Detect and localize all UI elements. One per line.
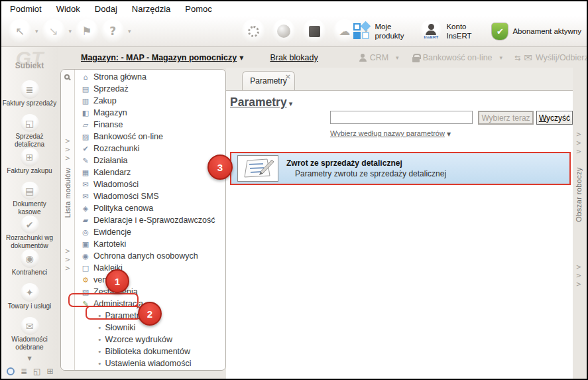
parameter-document-icon — [237, 155, 278, 182]
magazyn-caret-icon[interactable]: ▼ — [239, 55, 243, 61]
workspace-chevrons-top: >>> — [571, 131, 587, 157]
forward-dropdown-caret[interactable]: ▾ — [69, 28, 72, 34]
module-item-declarations[interactable]: ▰ Deklaracje i e-Sprawozdawczość — [75, 214, 225, 226]
shortcut-sidebar: GT Subiekt ≣ Faktury sprzedaży ◱ Sprzeda… — [1, 47, 58, 379]
module-subitem[interactable]: • Ustawienia wiadomości — [75, 357, 225, 369]
flag-button[interactable]: ⚑ — [75, 19, 99, 43]
workspace-strip: >>> Obszar roboczy >>> — [571, 68, 587, 379]
module-item-sms[interactable]: ✉ Wiadomości SMS — [75, 190, 225, 202]
wybierz-teraz-button[interactable]: Wybierz teraz — [478, 111, 534, 125]
calendar-icon: ▦ — [81, 168, 90, 177]
wyczysc-button[interactable]: Wyczyść — [536, 111, 573, 125]
magazyn-selector[interactable]: Magazyn: - MAP - Magazyn pomocniczy — [81, 53, 237, 62]
sidebar-item-contractors[interactable]: ◉ Kontrahenci — [1, 249, 58, 283]
online-services-button[interactable] — [272, 19, 296, 43]
parameter-item-zwrot[interactable]: Zwrot ze sprzedaży detalicznej Parametry… — [230, 152, 571, 185]
menu-item[interactable]: Widok — [49, 3, 88, 15]
main-area: Parametry × Parametry▾ Wybierz teraz Wyc… — [226, 68, 573, 380]
bullet-icon: • — [97, 359, 102, 368]
retail-sales-icon: ◱ — [25, 118, 34, 129]
forward-button[interactable]: ↘ — [42, 19, 66, 43]
sidebar-item-purchase-invoices[interactable]: ⊞ Faktury zakupu — [1, 148, 58, 182]
archive-button[interactable] — [302, 19, 326, 43]
title-caret-icon: ▾ — [289, 99, 293, 108]
toolbar-tools-group: ☁ ▾ — [241, 16, 369, 46]
help-dropdown-caret[interactable]: ▾ — [128, 28, 131, 34]
sidebar-item-goods-services[interactable]: ✦ Towary i usługi — [1, 283, 58, 317]
menu-item[interactable]: Pomoc — [178, 3, 219, 15]
module-subitem[interactable]: • Biblioteka dokumentów — [75, 346, 225, 357]
help-button[interactable]: ? — [101, 19, 125, 43]
module-item-card-files[interactable]: ▣ Kartoteki — [75, 238, 225, 250]
vendero-icon: ⚙ — [81, 276, 90, 285]
menu-item[interactable]: Narzędzia — [125, 3, 178, 15]
bankowosc-button[interactable]: Bankowość on-line ▾ — [412, 53, 502, 62]
send-envelope-icon: ✉ — [524, 52, 532, 64]
module-item-vendero[interactable]: ⚙ vendero — [75, 274, 225, 286]
strip-chevrons-top: >>> — [61, 137, 74, 163]
sidebar-item-retail-sales[interactable]: ◱ Sprzedaż detaliczna — [1, 114, 58, 148]
module-strip-label: Lista modułów — [64, 168, 72, 218]
bankowosc-caret-icon: ▾ — [500, 54, 503, 61]
sidebar-more-arrow-icon[interactable]: ▼ — [1, 355, 58, 361]
back-button[interactable]: ↖ — [8, 19, 32, 43]
mini-basket-icon[interactable]: ◱ — [33, 367, 40, 376]
bullet-icon: • — [97, 324, 102, 332]
mini-boxes-icon[interactable]: ⊞ — [46, 367, 53, 376]
module-item-banking-online[interactable]: ▨ Bankowość on-line — [75, 131, 225, 143]
menubar: PodmiotWidokDodajNarzędziaPomoc — [1, 1, 587, 16]
app-name: Subiekt — [1, 61, 58, 70]
mini-coins-icon[interactable]: ≣ — [21, 367, 27, 376]
selected-view-icon[interactable] — [7, 367, 15, 375]
module-item-actions[interactable]: ✎ Działania — [75, 155, 225, 166]
menu-item[interactable]: Podmiot — [3, 3, 49, 15]
menu-item[interactable]: Dodaj — [88, 3, 125, 15]
module-item-labels[interactable]: □ Naklejki — [75, 262, 225, 274]
module-item-warehouse[interactable]: ◧ Magazyn — [75, 107, 225, 119]
filter-caret-icon: ▼ — [447, 131, 451, 137]
module-item-records[interactable]: ◎ Ewidencje — [75, 226, 225, 238]
moje-produkty-icon — [353, 23, 371, 40]
workspace-strip-label: Obszar roboczy — [575, 167, 583, 222]
module-item-pricing[interactable]: ◈ Polityka cenowa — [75, 202, 225, 214]
module-item-settlements[interactable]: ✔ Rozrachunki — [75, 143, 225, 155]
sidebar-item-sales-invoices[interactable]: ≣ Faktury sprzedaży — [1, 80, 58, 114]
bullet-icon: • — [97, 348, 102, 356]
cash-documents-icon: ▤ — [25, 186, 34, 196]
module-item-home[interactable]: ⌂ Strona główna — [75, 71, 225, 83]
module-item-finance[interactable]: ▱ Finanse — [75, 119, 225, 131]
module-item-reports[interactable]: ▧ Zestawienia — [75, 286, 225, 298]
module-item-data-protection[interactable]: ◉ Ochrona danych osobowych — [75, 250, 225, 262]
konto-insert-button[interactable]: InsERT Konto InsERT — [420, 20, 483, 42]
sidebar-item-cash-documents[interactable]: ▤ Dokumenty kasowe — [1, 182, 58, 216]
crm-button[interactable]: CRM ▾ — [359, 53, 399, 62]
module-item-calendar[interactable]: ▦ Kalendarz — [75, 166, 225, 178]
sidebar-item-inbox-messages[interactable]: ✉ Wiadomości odebrane — [1, 317, 58, 351]
shield-check-icon: ✔ — [491, 23, 508, 40]
tab-parametry[interactable]: Parametry × — [242, 71, 295, 90]
settings-button[interactable] — [241, 19, 265, 43]
filter-by-name-link[interactable]: Wybierz według nazwy parametrów▼ — [330, 129, 451, 137]
actions-icon: ✎ — [81, 157, 90, 165]
settlements-by-documents-icon: ✔ — [26, 220, 34, 230]
inbox-messages-icon: ✉ — [26, 321, 34, 332]
back-dropdown-caret[interactable]: ▾ — [35, 28, 38, 34]
wyslij-odbierz-button[interactable]: ⇆ ✉ Wyślij/Odbierz ▾ — [514, 52, 588, 64]
parameter-search-input[interactable] — [330, 111, 473, 124]
reports-icon: ▧ — [81, 288, 90, 296]
page-title[interactable]: Parametry▾ — [230, 95, 292, 109]
module-panel-strip: >>> Lista modułów >>> — [61, 70, 75, 370]
abonament-button[interactable]: ✔ Abonament aktywny — [491, 23, 581, 40]
parameter-title: Zwrot ze sprzedaży detalicznej — [286, 158, 446, 168]
brak-blokady-link[interactable]: Brak blokady — [270, 53, 318, 62]
back-arrow-icon: ↖ — [15, 25, 25, 38]
module-item-messages[interactable]: ✉ Wiadomości — [75, 178, 225, 190]
toolbar: ↖ ▾ ↘ ▾ ⚑ ? ▾ ☁ ▾ Moje produkty InsERT — [1, 16, 587, 47]
search-icon[interactable] — [64, 74, 70, 80]
module-item-purchase[interactable]: ▥ Zakup — [75, 95, 225, 107]
module-subitem[interactable]: • Wzorce wydruków — [75, 334, 225, 346]
sidebar-item-settlements-by-documents[interactable]: ✔ Rozrachunki wg dokumentów — [1, 216, 58, 249]
tab-close-icon[interactable]: × — [285, 72, 291, 81]
module-item-sales[interactable]: ▤ Sprzedaż — [75, 83, 225, 95]
moje-produkty-button[interactable]: Moje produkty — [353, 22, 412, 41]
